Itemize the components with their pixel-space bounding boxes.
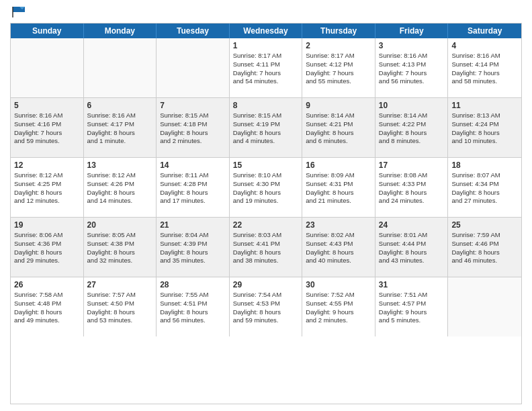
day-number: 20 xyxy=(87,220,153,230)
weekday-header-tuesday: Tuesday xyxy=(157,24,230,38)
day-info: Sunrise: 8:15 AM Sunset: 4:19 PM Dayligh… xyxy=(233,111,299,146)
calendar-day-29: 29Sunrise: 7:54 AM Sunset: 4:53 PM Dayli… xyxy=(230,277,303,336)
calendar-body: 1Sunrise: 8:17 AM Sunset: 4:11 PM Daylig… xyxy=(11,38,521,336)
calendar-day-27: 27Sunrise: 7:57 AM Sunset: 4:50 PM Dayli… xyxy=(84,277,157,336)
calendar-empty-cell xyxy=(84,38,157,97)
day-number: 31 xyxy=(379,280,445,289)
day-number: 11 xyxy=(451,101,518,110)
calendar-day-25: 25Sunrise: 7:59 AM Sunset: 4:46 PM Dayli… xyxy=(448,218,521,277)
day-info: Sunrise: 8:15 AM Sunset: 4:18 PM Dayligh… xyxy=(160,111,226,146)
day-info: Sunrise: 8:12 AM Sunset: 4:26 PM Dayligh… xyxy=(87,171,153,205)
day-number: 4 xyxy=(451,41,518,50)
calendar-day-20: 20Sunrise: 8:05 AM Sunset: 4:38 PM Dayli… xyxy=(84,218,157,277)
day-info: Sunrise: 7:55 AM Sunset: 4:51 PM Dayligh… xyxy=(160,291,226,325)
day-info: Sunrise: 8:01 AM Sunset: 4:44 PM Dayligh… xyxy=(379,231,445,265)
day-number: 21 xyxy=(160,220,226,230)
day-number: 19 xyxy=(14,220,80,230)
weekday-header-thursday: Thursday xyxy=(302,24,375,38)
day-number: 23 xyxy=(306,220,371,230)
calendar-day-3: 3Sunrise: 8:16 AM Sunset: 4:13 PM Daylig… xyxy=(375,38,449,97)
day-info: Sunrise: 8:08 AM Sunset: 4:33 PM Dayligh… xyxy=(379,171,445,205)
day-number: 7 xyxy=(160,101,226,110)
calendar-day-5: 5Sunrise: 8:16 AM Sunset: 4:16 PM Daylig… xyxy=(11,98,84,157)
header xyxy=(10,7,522,17)
day-info: Sunrise: 7:58 AM Sunset: 4:48 PM Dayligh… xyxy=(14,291,80,325)
day-number: 15 xyxy=(233,161,299,170)
calendar-day-28: 28Sunrise: 7:55 AM Sunset: 4:51 PM Dayli… xyxy=(157,277,230,336)
calendar-day-1: 1Sunrise: 8:17 AM Sunset: 4:11 PM Daylig… xyxy=(230,38,303,97)
day-info: Sunrise: 8:16 AM Sunset: 4:17 PM Dayligh… xyxy=(87,111,153,146)
day-info: Sunrise: 8:09 AM Sunset: 4:31 PM Dayligh… xyxy=(306,171,371,205)
calendar-day-14: 14Sunrise: 8:11 AM Sunset: 4:28 PM Dayli… xyxy=(157,158,230,217)
day-info: Sunrise: 7:52 AM Sunset: 4:55 PM Dayligh… xyxy=(306,291,371,325)
day-number: 13 xyxy=(87,161,153,170)
calendar-row-1: 1Sunrise: 8:17 AM Sunset: 4:11 PM Daylig… xyxy=(11,38,521,98)
calendar-day-22: 22Sunrise: 8:03 AM Sunset: 4:41 PM Dayli… xyxy=(230,218,303,277)
day-number: 5 xyxy=(14,101,80,110)
calendar-day-16: 16Sunrise: 8:09 AM Sunset: 4:31 PM Dayli… xyxy=(302,158,375,217)
day-number: 9 xyxy=(306,101,371,110)
day-info: Sunrise: 8:17 AM Sunset: 4:12 PM Dayligh… xyxy=(306,52,371,86)
calendar-day-4: 4Sunrise: 8:16 AM Sunset: 4:14 PM Daylig… xyxy=(448,38,521,97)
day-info: Sunrise: 8:03 AM Sunset: 4:41 PM Dayligh… xyxy=(233,231,299,265)
day-number: 6 xyxy=(87,101,153,110)
weekday-header-sunday: Sunday xyxy=(11,24,84,38)
weekday-header-saturday: Saturday xyxy=(448,24,521,38)
day-number: 3 xyxy=(379,41,445,50)
calendar-row-3: 12Sunrise: 8:12 AM Sunset: 4:25 PM Dayli… xyxy=(11,158,521,218)
calendar-day-9: 9Sunrise: 8:14 AM Sunset: 4:21 PM Daylig… xyxy=(302,98,375,157)
day-info: Sunrise: 8:14 AM Sunset: 4:21 PM Dayligh… xyxy=(306,111,371,146)
calendar-day-11: 11Sunrise: 8:13 AM Sunset: 4:24 PM Dayli… xyxy=(448,98,521,157)
calendar-row-5: 26Sunrise: 7:58 AM Sunset: 4:48 PM Dayli… xyxy=(11,277,521,336)
day-number: 18 xyxy=(451,161,518,170)
calendar-empty-cell xyxy=(157,38,230,97)
calendar-day-26: 26Sunrise: 7:58 AM Sunset: 4:48 PM Dayli… xyxy=(11,277,84,336)
calendar-day-2: 2Sunrise: 8:17 AM Sunset: 4:12 PM Daylig… xyxy=(302,38,375,97)
day-number: 12 xyxy=(14,161,80,170)
calendar-day-7: 7Sunrise: 8:15 AM Sunset: 4:18 PM Daylig… xyxy=(157,98,230,157)
day-number: 1 xyxy=(233,41,299,50)
calendar-row-4: 19Sunrise: 8:06 AM Sunset: 4:36 PM Dayli… xyxy=(11,218,521,277)
day-number: 22 xyxy=(233,220,299,230)
day-info: Sunrise: 8:16 AM Sunset: 4:13 PM Dayligh… xyxy=(379,52,445,86)
logo-flag-icon xyxy=(11,5,26,17)
day-number: 2 xyxy=(306,41,371,50)
weekday-header-friday: Friday xyxy=(375,24,449,38)
calendar-empty-cell xyxy=(11,38,84,97)
calendar-empty-cell xyxy=(448,277,521,336)
calendar-day-31: 31Sunrise: 7:51 AM Sunset: 4:57 PM Dayli… xyxy=(375,277,449,336)
day-number: 30 xyxy=(306,280,371,289)
day-info: Sunrise: 8:07 AM Sunset: 4:34 PM Dayligh… xyxy=(451,171,518,205)
calendar-day-6: 6Sunrise: 8:16 AM Sunset: 4:17 PM Daylig… xyxy=(84,98,157,157)
calendar-row-2: 5Sunrise: 8:16 AM Sunset: 4:16 PM Daylig… xyxy=(11,98,521,158)
calendar-day-17: 17Sunrise: 8:08 AM Sunset: 4:33 PM Dayli… xyxy=(375,158,449,217)
day-number: 10 xyxy=(379,101,445,110)
day-info: Sunrise: 8:12 AM Sunset: 4:25 PM Dayligh… xyxy=(14,171,80,205)
day-number: 24 xyxy=(379,220,445,230)
day-info: Sunrise: 7:51 AM Sunset: 4:57 PM Dayligh… xyxy=(379,291,445,325)
day-info: Sunrise: 7:57 AM Sunset: 4:50 PM Dayligh… xyxy=(87,291,153,325)
day-number: 17 xyxy=(379,161,445,170)
day-info: Sunrise: 8:16 AM Sunset: 4:14 PM Dayligh… xyxy=(451,52,518,86)
day-info: Sunrise: 8:05 AM Sunset: 4:38 PM Dayligh… xyxy=(87,231,153,265)
calendar-day-21: 21Sunrise: 8:04 AM Sunset: 4:39 PM Dayli… xyxy=(157,218,230,277)
calendar: SundayMondayTuesdayWednesdayThursdayFrid… xyxy=(10,23,522,404)
day-info: Sunrise: 8:04 AM Sunset: 4:39 PM Dayligh… xyxy=(160,231,226,265)
calendar-day-12: 12Sunrise: 8:12 AM Sunset: 4:25 PM Dayli… xyxy=(11,158,84,217)
day-number: 8 xyxy=(233,101,299,110)
day-number: 28 xyxy=(160,280,226,289)
day-number: 29 xyxy=(233,280,299,289)
calendar-header: SundayMondayTuesdayWednesdayThursdayFrid… xyxy=(11,24,521,38)
day-info: Sunrise: 8:02 AM Sunset: 4:43 PM Dayligh… xyxy=(306,231,371,265)
calendar-day-13: 13Sunrise: 8:12 AM Sunset: 4:26 PM Dayli… xyxy=(84,158,157,217)
calendar-day-18: 18Sunrise: 8:07 AM Sunset: 4:34 PM Dayli… xyxy=(448,158,521,217)
day-number: 16 xyxy=(306,161,371,170)
day-info: Sunrise: 8:10 AM Sunset: 4:30 PM Dayligh… xyxy=(233,171,299,205)
day-info: Sunrise: 8:16 AM Sunset: 4:16 PM Dayligh… xyxy=(14,111,80,146)
day-number: 14 xyxy=(160,161,226,170)
calendar-day-15: 15Sunrise: 8:10 AM Sunset: 4:30 PM Dayli… xyxy=(230,158,303,217)
day-info: Sunrise: 7:59 AM Sunset: 4:46 PM Dayligh… xyxy=(451,231,518,265)
calendar-day-10: 10Sunrise: 8:14 AM Sunset: 4:22 PM Dayli… xyxy=(375,98,449,157)
logo xyxy=(10,7,26,17)
day-info: Sunrise: 8:11 AM Sunset: 4:28 PM Dayligh… xyxy=(160,171,226,205)
